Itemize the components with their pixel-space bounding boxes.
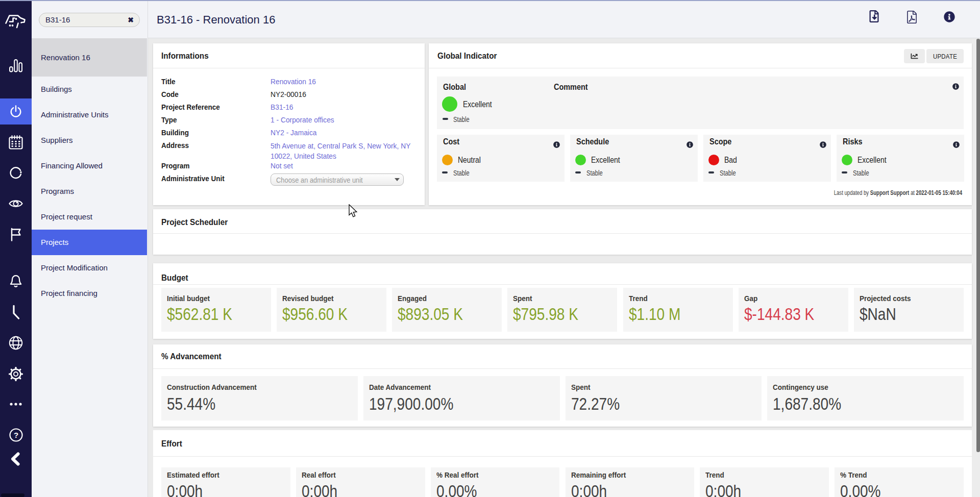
svg-text:?: ? — [14, 431, 18, 439]
